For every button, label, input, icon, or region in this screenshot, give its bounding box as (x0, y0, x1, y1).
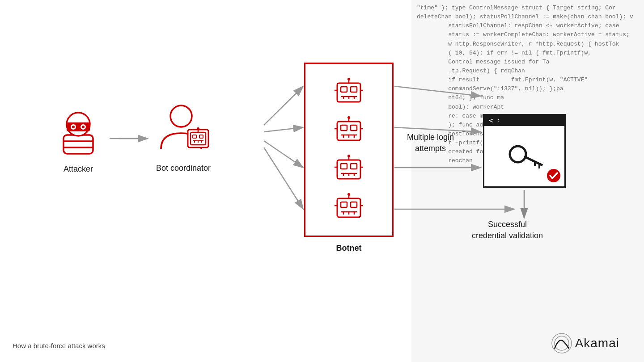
footer-text: How a brute-force attack works (13, 342, 105, 349)
svg-point-79 (510, 146, 526, 162)
svg-line-8 (264, 147, 303, 209)
svg-rect-69 (351, 202, 357, 207)
svg-point-64 (347, 155, 350, 157)
svg-line-6 (264, 127, 303, 132)
server-credential-box: < > (483, 114, 566, 188)
svg-point-75 (347, 193, 350, 196)
success-label: Successful credential validation (472, 219, 543, 241)
bot-icon-2 (334, 115, 364, 146)
svg-rect-14 (64, 135, 93, 154)
svg-rect-58 (351, 164, 357, 169)
svg-point-42 (347, 78, 350, 80)
botnet-label: Botnet (304, 244, 394, 253)
code-brackets-icon: < > (489, 117, 499, 124)
akamai-logo-icon (551, 333, 572, 354)
svg-point-21 (72, 126, 75, 128)
attacker-group: Attacker (54, 103, 103, 174)
bot-coordinator-icon (152, 97, 215, 156)
server-box-header: < > (484, 115, 564, 126)
svg-point-23 (170, 105, 192, 127)
svg-rect-18 (67, 122, 90, 131)
bot-icon-1 (334, 77, 364, 107)
botnet-box (304, 63, 394, 237)
svg-point-53 (347, 116, 350, 119)
akamai-logo: Akamai (551, 333, 619, 354)
svg-rect-46 (341, 125, 347, 130)
svg-line-5 (264, 86, 303, 125)
akamai-brand-name: Akamai (575, 336, 619, 350)
svg-text:< >: < > (489, 117, 499, 124)
key-icon (504, 139, 545, 174)
svg-rect-57 (341, 164, 347, 169)
bot-coordinator-group: Bot coordinator (152, 97, 215, 173)
bot-icon-3 (334, 154, 364, 184)
bot-icon-4 (334, 192, 364, 223)
svg-rect-47 (351, 125, 357, 130)
svg-point-83 (547, 169, 560, 182)
svg-rect-36 (351, 87, 357, 92)
login-attempts-label: Multiple login attempts (407, 132, 454, 154)
attacker-label: Attacker (64, 164, 93, 174)
svg-rect-68 (341, 202, 347, 207)
attacker-icon (54, 103, 103, 156)
svg-point-22 (82, 126, 85, 128)
svg-rect-35 (341, 87, 347, 92)
svg-line-7 (264, 141, 303, 168)
server-box-body (484, 126, 564, 186)
checkmark-badge (547, 168, 561, 183)
svg-point-33 (197, 127, 199, 130)
bot-coordinator-label: Bot coordinator (156, 164, 211, 173)
